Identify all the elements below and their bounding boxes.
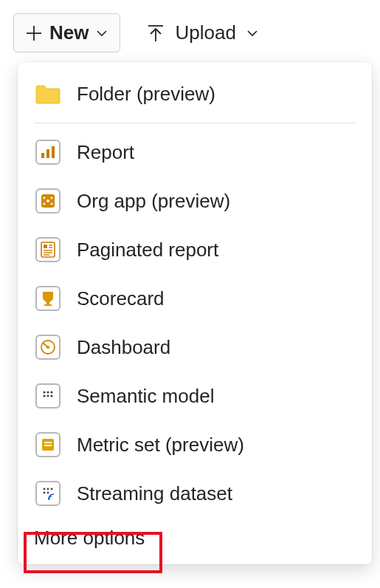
menu-item-org-app[interactable]: Org app (preview): [18, 177, 372, 225]
menu-item-label: Dashboard: [77, 336, 170, 359]
svg-point-8: [46, 199, 49, 202]
menu-item-label: Folder (preview): [77, 83, 215, 106]
svg-point-35: [51, 488, 53, 490]
svg-rect-14: [44, 245, 47, 248]
folder-icon: [34, 80, 62, 108]
org-app-icon: [34, 187, 62, 215]
svg-rect-32: [44, 445, 52, 446]
more-options-link[interactable]: More options: [18, 518, 161, 555]
plus-icon: [26, 25, 42, 41]
svg-rect-5: [46, 149, 49, 158]
scorecard-icon: [34, 284, 62, 312]
menu-item-scorecard[interactable]: Scorecard: [18, 274, 372, 323]
svg-point-29: [50, 394, 52, 397]
menu-item-report[interactable]: Report: [18, 128, 372, 177]
menu-item-streaming-dataset[interactable]: Streaming dataset: [18, 469, 372, 518]
svg-point-37: [47, 492, 49, 494]
new-button[interactable]: New: [13, 13, 120, 52]
paginated-report-icon: [34, 236, 62, 264]
divider: [34, 123, 356, 123]
menu-item-label: Report: [77, 141, 134, 164]
dashboard-icon: [34, 333, 62, 361]
streaming-dataset-icon: [34, 479, 62, 507]
menu-item-label: Paginated report: [77, 239, 218, 261]
svg-rect-20: [46, 302, 49, 304]
chevron-down-icon: [96, 30, 108, 37]
menu-item-metric-set[interactable]: Metric set (preview): [18, 420, 372, 469]
menu-item-label: Semantic model: [77, 385, 214, 408]
svg-point-9: [44, 197, 46, 199]
more-options-label: More options: [34, 527, 145, 549]
svg-point-33: [44, 488, 46, 490]
svg-rect-4: [41, 153, 44, 158]
menu-item-dashboard[interactable]: Dashboard: [18, 323, 372, 372]
toolbar: New Upload: [0, 0, 380, 52]
svg-point-23: [46, 346, 49, 349]
svg-rect-6: [52, 146, 55, 158]
svg-point-38: [48, 498, 50, 500]
new-dropdown-menu: Folder (preview) Report: [18, 62, 372, 564]
report-icon: [34, 138, 62, 166]
svg-rect-21: [44, 304, 52, 306]
menu-item-label: Metric set (preview): [77, 434, 244, 457]
svg-point-27: [43, 394, 45, 397]
menu-item-label: Org app (preview): [77, 190, 230, 213]
svg-point-24: [43, 391, 45, 393]
semantic-model-icon: [34, 382, 62, 410]
new-button-label: New: [49, 21, 89, 44]
svg-point-28: [46, 394, 49, 397]
svg-point-36: [44, 492, 46, 494]
menu-item-label: Scorecard: [77, 287, 165, 310]
menu-item-folder[interactable]: Folder (preview): [18, 69, 372, 118]
upload-icon: [147, 24, 165, 43]
svg-point-34: [47, 488, 49, 490]
svg-point-10: [51, 197, 53, 199]
svg-rect-31: [44, 442, 52, 443]
svg-point-26: [50, 391, 52, 393]
svg-point-11: [44, 203, 46, 205]
menu-item-label: Streaming dataset: [77, 482, 232, 505]
menu-item-semantic-model[interactable]: Semantic model: [18, 372, 372, 420]
svg-point-25: [46, 391, 49, 393]
metric-set-icon: [34, 431, 62, 459]
upload-button[interactable]: Upload: [142, 14, 262, 52]
menu-item-paginated-report[interactable]: Paginated report: [18, 225, 372, 274]
chevron-down-icon: [246, 30, 258, 37]
upload-button-label: Upload: [175, 21, 235, 44]
svg-point-12: [51, 203, 53, 205]
